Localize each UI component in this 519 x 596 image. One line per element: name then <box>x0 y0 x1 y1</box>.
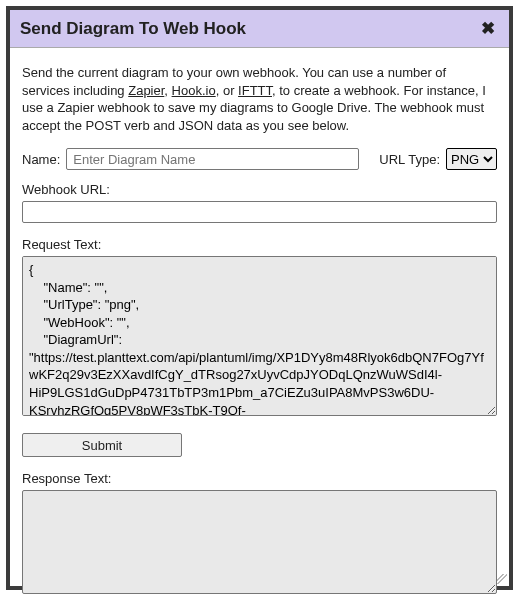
webhook-dialog: Send Diagram To Web Hook ✖ Send the curr… <box>6 6 513 590</box>
diagram-name-input[interactable] <box>66 148 359 170</box>
submit-button[interactable]: Submit <box>22 433 182 457</box>
request-text-area[interactable] <box>22 256 497 416</box>
close-icon[interactable]: ✖ <box>477 18 499 39</box>
intro-sep-1: , <box>164 83 171 98</box>
response-text-label: Response Text: <box>22 471 497 486</box>
request-text-label: Request Text: <box>22 237 497 252</box>
resize-handle-icon[interactable] <box>496 573 508 585</box>
response-text-area[interactable] <box>22 490 497 594</box>
link-ifttt[interactable]: IFTTT <box>238 83 272 98</box>
url-type-label: URL Type: <box>379 152 440 167</box>
intro-sep-2: , or <box>216 83 238 98</box>
intro-text: Send the current diagram to your own web… <box>22 64 497 134</box>
dialog-titlebar: Send Diagram To Web Hook ✖ <box>10 10 509 48</box>
url-type-select[interactable]: PNG <box>446 148 497 170</box>
dialog-title: Send Diagram To Web Hook <box>20 19 246 39</box>
name-label: Name: <box>22 152 60 167</box>
link-zapier[interactable]: Zapier <box>128 83 164 98</box>
name-row: Name: URL Type: PNG <box>22 148 497 170</box>
dialog-content: Send the current diagram to your own web… <box>10 48 509 596</box>
link-hookio[interactable]: Hook.io <box>172 83 216 98</box>
webhook-url-input[interactable] <box>22 201 497 223</box>
webhook-url-label: Webhook URL: <box>22 182 497 197</box>
